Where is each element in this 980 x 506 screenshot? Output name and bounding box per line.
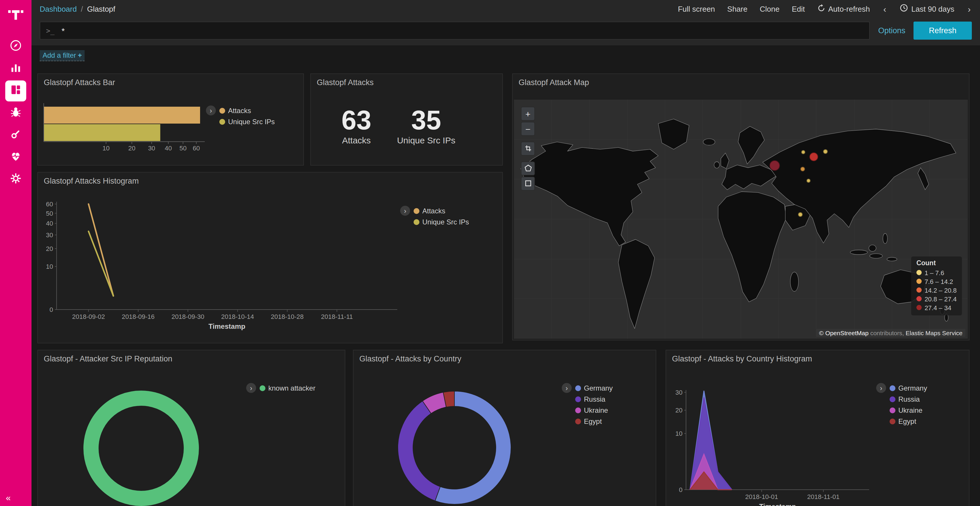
- svg-text:2018-09-30: 2018-09-30: [172, 313, 204, 320]
- map-marker[interactable]: [770, 160, 780, 171]
- map-marker[interactable]: [798, 212, 803, 217]
- metric-unique-src-ips: 35 Unique Src IPs: [397, 107, 455, 145]
- full-screen-button[interactable]: Full screen: [678, 5, 715, 13]
- sidebar-item-security[interactable]: [5, 103, 26, 124]
- panel-title[interactable]: Glastopf Attacks: [311, 74, 502, 87]
- attack-map[interactable]: + −: [514, 100, 968, 339]
- time-back-button[interactable]: ‹: [882, 4, 888, 14]
- legend-item[interactable]: Germany: [575, 383, 613, 393]
- rectangle-select-button[interactable]: [521, 177, 535, 190]
- panel-title[interactable]: Glastopf Attacks Bar: [38, 74, 303, 87]
- legend-item[interactable]: Ukraine: [889, 405, 927, 415]
- svg-text:20: 20: [128, 144, 135, 152]
- rectangle-icon: [523, 179, 532, 189]
- map-count-legend: Count 1 – 7.67.6 – 14.214.2 – 20.820.8 –…: [911, 257, 962, 316]
- legend: ›known attacker: [246, 383, 315, 393]
- panel-title[interactable]: Glastopf - Attacks by Country: [353, 351, 655, 363]
- legend-item[interactable]: known attacker: [259, 383, 315, 393]
- polygon-select-button[interactable]: [521, 162, 535, 176]
- legend-item[interactable]: Egypt: [889, 416, 927, 426]
- panel-title[interactable]: Glastopf Attacks Histogram: [38, 173, 502, 186]
- metric-value: 63: [342, 107, 371, 133]
- svg-text:Timestamp: Timestamp: [759, 503, 796, 506]
- dashboard-icon: [10, 83, 22, 98]
- refresh-button[interactable]: Refresh: [913, 22, 972, 40]
- legend-item[interactable]: Attacks: [220, 106, 275, 116]
- clone-button[interactable]: Clone: [760, 5, 780, 13]
- sidebar-item-dev-tools[interactable]: [5, 125, 26, 146]
- svg-text:60: 60: [193, 144, 200, 152]
- svg-text:2018-09-16: 2018-09-16: [122, 313, 155, 320]
- edit-button[interactable]: Edit: [792, 5, 805, 13]
- map-marker[interactable]: [800, 167, 805, 171]
- metric-attacks: 63 Attacks: [342, 107, 371, 145]
- add-filter-button[interactable]: Add a filter+: [40, 50, 85, 61]
- sidebar-item-discover[interactable]: [5, 36, 26, 57]
- panel-attacks-histogram: Glastopf Attacks Histogram 0102030405060…: [37, 172, 503, 343]
- panel-title[interactable]: Glastopf - Attacks by Country Histogram: [666, 351, 969, 363]
- svg-text:30: 30: [148, 144, 155, 152]
- telekom-logo-icon: [7, 5, 24, 22]
- map-marker[interactable]: [807, 179, 811, 183]
- legend-toggle-icon[interactable]: ›: [206, 106, 216, 116]
- kibana-dashboard: « Dashboard / Glastopf Full screen Share…: [0, 0, 980, 506]
- panel-attacks-bar: Glastopf Attacks Bar 102030405060 ›Attac…: [37, 73, 304, 165]
- svg-text:10: 10: [676, 430, 682, 437]
- time-forward-button[interactable]: ›: [967, 4, 972, 14]
- breadcrumb-dashboard-link[interactable]: Dashboard: [40, 5, 77, 13]
- top-navigation-bar: Dashboard / Glastopf Full screen Share C…: [32, 0, 980, 17]
- query-options-link[interactable]: Options: [878, 26, 905, 35]
- openstreetmap-link[interactable]: OpenStreetMap: [826, 329, 869, 336]
- svg-text:2018-09-02: 2018-09-02: [72, 313, 105, 320]
- time-range-picker[interactable]: Last 90 days: [900, 3, 955, 14]
- panel-title[interactable]: Glastopf - Attacker Src IP Reputation: [38, 351, 345, 363]
- legend-item[interactable]: Germany: [889, 383, 927, 393]
- sidebar-item-management[interactable]: [5, 169, 26, 190]
- clock-icon: [900, 3, 908, 14]
- map-marker[interactable]: [802, 150, 806, 154]
- share-button[interactable]: Share: [727, 5, 747, 13]
- map-markers: [514, 100, 968, 339]
- svg-text:40: 40: [46, 220, 53, 227]
- legend: ›GermanyRussiaUkraineEgypt: [876, 383, 927, 426]
- legend-item[interactable]: Unique Src IPs: [220, 117, 275, 127]
- legend-item[interactable]: Russia: [889, 394, 927, 404]
- legend-item[interactable]: Egypt: [575, 416, 613, 426]
- map-marker[interactable]: [823, 149, 828, 154]
- svg-text:2018-11-11: 2018-11-11: [321, 313, 353, 320]
- sidebar-item-monitoring[interactable]: [5, 147, 26, 168]
- fit-data-bounds-button[interactable]: [521, 142, 535, 155]
- svg-text:2018-10-14: 2018-10-14: [221, 313, 254, 320]
- legend-toggle-icon[interactable]: ›: [246, 383, 256, 393]
- sidebar-collapse-button[interactable]: «: [6, 493, 11, 503]
- legend-toggle-icon[interactable]: ›: [876, 383, 886, 393]
- attacks-by-country-histogram-chart: 01020302018-10-012018-11-01Timestamp: [671, 374, 876, 506]
- auto-refresh-button[interactable]: Auto-refresh: [817, 4, 870, 14]
- svg-text:40: 40: [165, 144, 172, 152]
- zoom-in-button[interactable]: +: [521, 107, 535, 121]
- legend-item[interactable]: Unique Src IPs: [414, 217, 469, 227]
- legend-item[interactable]: Ukraine: [575, 405, 613, 415]
- map-legend-row: 20.8 – 27.4: [916, 294, 957, 303]
- svg-text:20: 20: [46, 245, 53, 252]
- panel-attacks-metric: Glastopf Attacks 63 Attacks 35 Unique Sr…: [310, 73, 503, 165]
- sidebar-item-visualize[interactable]: [5, 58, 26, 79]
- sidebar-item-dashboard[interactable]: [5, 81, 26, 102]
- panel-title[interactable]: Glastopf Attack Map: [513, 74, 969, 87]
- polygon-icon: [523, 163, 532, 173]
- legend-toggle-icon[interactable]: ›: [562, 383, 572, 393]
- legend: ›AttacksUnique Src IPs: [400, 206, 469, 227]
- svg-text:2018-11-01: 2018-11-01: [807, 493, 840, 500]
- legend-item[interactable]: Russia: [575, 394, 613, 404]
- breadcrumb-current: Glastopf: [87, 5, 115, 13]
- legend-item[interactable]: Attacks: [414, 206, 469, 216]
- query-value: *: [62, 26, 65, 35]
- breadcrumb-separator: /: [81, 5, 83, 13]
- search-query-input[interactable]: >_ *: [40, 22, 870, 40]
- legend-toggle-icon[interactable]: ›: [400, 206, 410, 216]
- query-prompt-icon: >_: [46, 27, 54, 35]
- svg-text:2018-10-28: 2018-10-28: [271, 313, 304, 320]
- map-legend-row: 14.2 – 20.8: [916, 286, 957, 294]
- zoom-out-button[interactable]: −: [521, 122, 535, 136]
- map-marker[interactable]: [810, 153, 818, 162]
